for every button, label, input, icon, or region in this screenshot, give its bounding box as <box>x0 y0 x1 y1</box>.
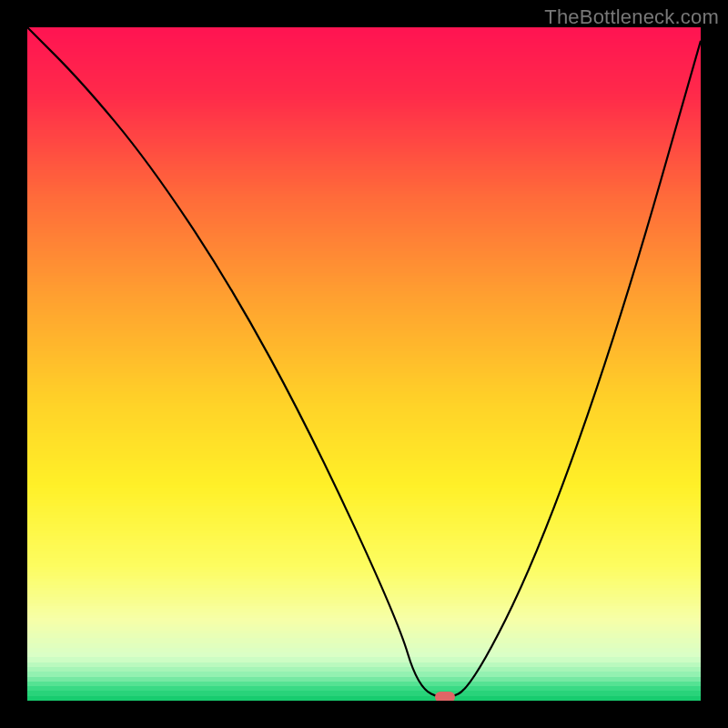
curve-layer <box>27 27 701 701</box>
optimal-marker <box>435 692 455 701</box>
watermark-text: TheBottleneck.com <box>544 5 719 29</box>
plot-area <box>27 27 701 701</box>
chart-frame: TheBottleneck.com <box>0 0 728 728</box>
bottleneck-curve <box>27 27 701 697</box>
